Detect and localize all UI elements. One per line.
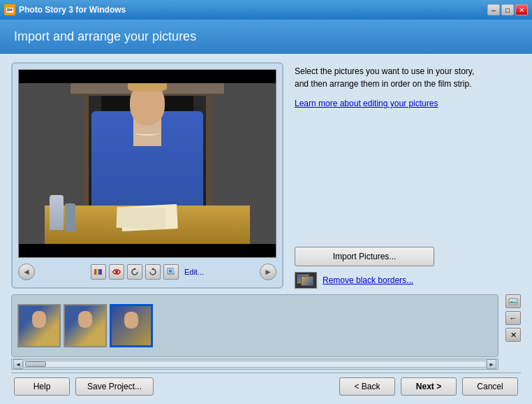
filmstrip-scrollbar: ◄ ► [11, 359, 498, 370]
minimize-button[interactable]: – [487, 4, 500, 15]
content-area: ◄ [0, 54, 532, 404]
add-picture-button[interactable] [505, 294, 521, 308]
window-title: Photo Story 3 for Windows [19, 5, 484, 15]
rotate-right-button[interactable] [145, 264, 161, 280]
main-image-container [18, 69, 276, 258]
remove-borders-row: Remove black borders... [295, 272, 521, 289]
window-controls: – □ ✕ [487, 4, 528, 15]
filmstrip-wrapper: ◄ ► ← [11, 294, 521, 370]
page-header: Import and arrange your pictures [0, 20, 532, 54]
title-bar: Photo Story 3 for Windows – □ ✕ [0, 0, 532, 20]
svg-rect-6 [98, 269, 102, 275]
help-button[interactable]: Help [14, 377, 70, 396]
page-title: Import and arrange your pictures [14, 29, 518, 44]
import-pictures-button[interactable]: Import Pictures... [295, 247, 434, 266]
scroll-right-button[interactable]: ► [487, 359, 496, 369]
remove-borders-icon [295, 272, 317, 289]
move-back-button[interactable]: ← [505, 311, 521, 325]
main-section: ◄ [11, 62, 521, 289]
svg-rect-12 [169, 270, 172, 273]
filmstrip-area [11, 294, 498, 357]
next-image-button[interactable]: ► [260, 264, 276, 280]
image-toolbar: ◄ [18, 262, 276, 282]
photo-background [19, 83, 276, 244]
app-icon [4, 4, 15, 15]
main-image [19, 83, 276, 244]
remove-borders-link[interactable]: Remove black borders... [323, 275, 413, 285]
next-button[interactable]: Next > [401, 377, 457, 396]
svg-rect-2 [7, 8, 10, 11]
delete-button[interactable]: ✕ [505, 328, 521, 342]
bottom-section: ◄ ► ← [11, 294, 521, 398]
maximize-button[interactable]: □ [501, 4, 514, 15]
learn-more-link[interactable]: Learn more about editing your pictures [295, 99, 521, 108]
cancel-button[interactable]: Cancel [462, 377, 518, 396]
right-buttons: Import Pictures... Remove black borders.… [295, 247, 521, 289]
prev-image-button[interactable]: ◄ [18, 264, 35, 280]
viewer-panel: ◄ [11, 62, 283, 289]
svg-point-3 [10, 8, 13, 11]
thumbnail-1[interactable] [17, 304, 61, 347]
main-window: Import and arrange your pictures [0, 20, 532, 404]
edit-tool-button[interactable] [163, 264, 179, 280]
thumbnail-3[interactable] [110, 304, 153, 347]
scroll-left-button[interactable]: ◄ [13, 359, 23, 369]
color-tool-button[interactable] [91, 264, 106, 280]
close-button[interactable]: ✕ [515, 4, 528, 15]
edit-link[interactable]: Edit... [184, 268, 204, 276]
filmstrip-main: ◄ ► [11, 294, 498, 370]
edit-tools: Edit... [91, 264, 204, 280]
rotate-left-button[interactable] [127, 264, 142, 280]
right-panel: Select the pictures you want to use in y… [295, 62, 521, 289]
back-button[interactable]: < Back [339, 377, 395, 396]
save-project-button[interactable]: Save Project... [75, 377, 154, 396]
instructions-line1: Select the pictures you want to use in y… [295, 66, 474, 76]
svg-point-8 [115, 270, 118, 273]
red-eye-tool-button[interactable] [109, 264, 124, 280]
scroll-track[interactable] [23, 361, 487, 368]
instructions: Select the pictures you want to use in y… [295, 65, 521, 90]
instructions-line2: and then arrange them in order on the fi… [295, 79, 471, 89]
scroll-thumb[interactable] [25, 361, 46, 367]
bottom-buttons: Help Save Project... < Back Next > Cance… [11, 373, 521, 398]
filmstrip-sidebar: ← ✕ [505, 294, 521, 370]
filmstrip-container [17, 301, 492, 351]
svg-rect-14 [509, 298, 517, 305]
thumbnail-2[interactable] [64, 304, 107, 347]
